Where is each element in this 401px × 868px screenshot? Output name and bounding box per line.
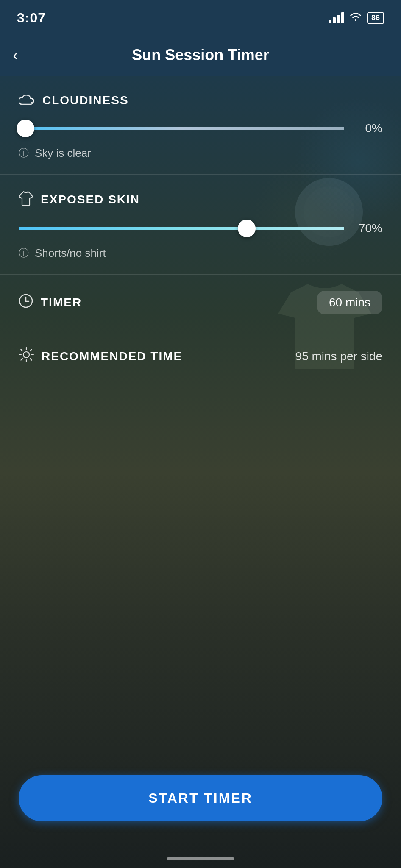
- timer-left: TIMER: [19, 294, 82, 312]
- back-button[interactable]: ‹: [13, 47, 18, 63]
- exposed-skin-section: EXPOSED SKIN 70% ⓘ Shorts/no shirt: [0, 175, 401, 275]
- page-title: Sun Session Timer: [132, 46, 269, 64]
- cloudiness-note: ⓘ Sky is clear: [19, 146, 382, 160]
- signal-icon: [329, 12, 344, 23]
- cloudiness-slider-thumb[interactable]: [17, 120, 34, 137]
- exposed-skin-slider-thumb[interactable]: [238, 220, 256, 237]
- recommended-time-title: RECOMMENDED TIME: [42, 350, 182, 363]
- svg-line-10: [30, 349, 32, 351]
- timer-icon: [19, 294, 33, 312]
- cloud-icon: [19, 92, 35, 108]
- exposed-skin-slider-row: 70%: [19, 220, 382, 237]
- svg-line-8: [21, 349, 22, 351]
- svg-line-9: [30, 359, 32, 360]
- header: ‹ Sun Session Timer: [0, 34, 401, 76]
- home-indicator: [167, 857, 234, 860]
- shirt-icon: [19, 191, 33, 208]
- cloudiness-section: CLOUDINESS 0% ⓘ Sky is clear: [0, 76, 401, 175]
- wifi-icon: [349, 11, 362, 24]
- skin-info-icon: ⓘ: [19, 246, 29, 260]
- cloudiness-value: 0%: [353, 122, 382, 135]
- cloudiness-note-text: Sky is clear: [35, 147, 91, 160]
- cloudiness-title: CLOUDINESS: [42, 94, 129, 107]
- sun-icon: [19, 347, 34, 366]
- recommended-time-section: RECOMMENDED TIME 95 mins per side: [0, 331, 401, 382]
- empty-content-area: [0, 382, 401, 755]
- status-bar: 3:07 86: [0, 0, 401, 34]
- rec-left: RECOMMENDED TIME: [19, 347, 182, 366]
- timer-value[interactable]: 60 mins: [317, 291, 382, 314]
- exposed-skin-title: EXPOSED SKIN: [41, 193, 140, 206]
- timer-title: TIMER: [41, 296, 82, 309]
- cloudiness-info-icon: ⓘ: [19, 146, 29, 160]
- cloudiness-slider-row: 0%: [19, 120, 382, 137]
- cloudiness-slider[interactable]: [19, 120, 344, 137]
- start-button-container: START TIMER: [0, 762, 401, 843]
- exposed-skin-header: EXPOSED SKIN: [19, 191, 382, 208]
- recommended-time-value: 95 mins per side: [295, 350, 382, 363]
- status-time: 3:07: [17, 10, 46, 26]
- exposed-skin-slider[interactable]: [19, 220, 344, 237]
- cloudiness-header: CLOUDINESS: [19, 92, 382, 108]
- status-icons: 86: [329, 11, 384, 24]
- exposed-skin-value: 70%: [353, 222, 382, 235]
- exposed-skin-note-text: Shorts/no shirt: [35, 247, 106, 260]
- svg-point-3: [23, 352, 29, 358]
- battery-icon: 86: [367, 12, 384, 24]
- svg-line-11: [21, 359, 22, 360]
- start-timer-button[interactable]: START TIMER: [19, 775, 382, 821]
- exposed-skin-note: ⓘ Shorts/no shirt: [19, 246, 382, 260]
- timer-section: TIMER 60 mins: [0, 275, 401, 331]
